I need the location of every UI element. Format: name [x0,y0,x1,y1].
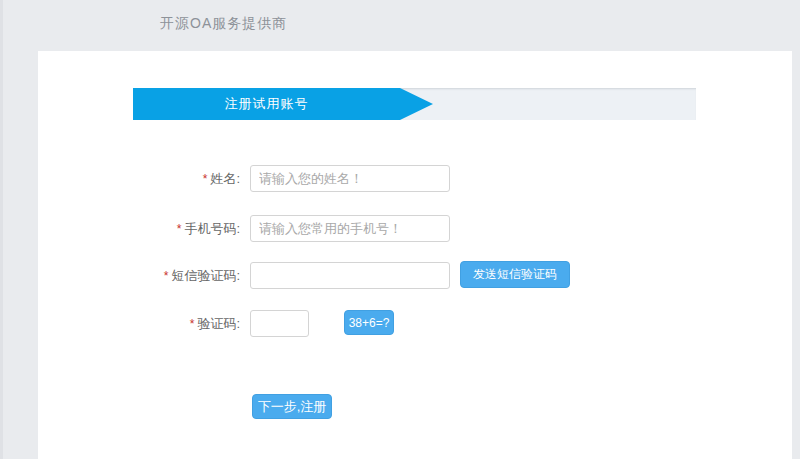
sms-code-input[interactable] [250,262,450,289]
next-step-register-button[interactable]: 下一步,注册 [252,394,332,419]
brand-title: 开源OA服务提供商 [160,15,287,33]
captcha-input[interactable] [250,310,309,337]
required-asterisk: * [190,317,195,331]
name-input[interactable] [250,165,450,192]
banner-title: 注册试用账号 [225,96,309,111]
required-asterisk: * [177,222,182,236]
captcha-label: *验证码: [38,310,240,338]
page: 开源OA服务提供商 注册试用账号 *姓名: *手机号码: *短信验证码: [0,0,800,459]
banner-ribbon: 注册试用账号 [133,88,400,120]
sms-code-label: *短信验证码: [38,262,240,290]
phone-label: *手机号码: [38,215,240,243]
name-label: *姓名: [38,165,240,193]
captcha-question-button[interactable]: 38+6=? [344,310,394,335]
send-sms-code-button[interactable]: 发送短信验证码 [460,261,570,288]
required-asterisk: * [203,172,208,186]
register-card: 注册试用账号 *姓名: *手机号码: *短信验证码: 发送短信验证码 [38,51,792,459]
banner-ribbon-arrow [400,88,433,120]
banner-bar: 注册试用账号 [133,88,696,120]
phone-input[interactable] [250,215,450,242]
required-asterisk: * [164,269,169,283]
